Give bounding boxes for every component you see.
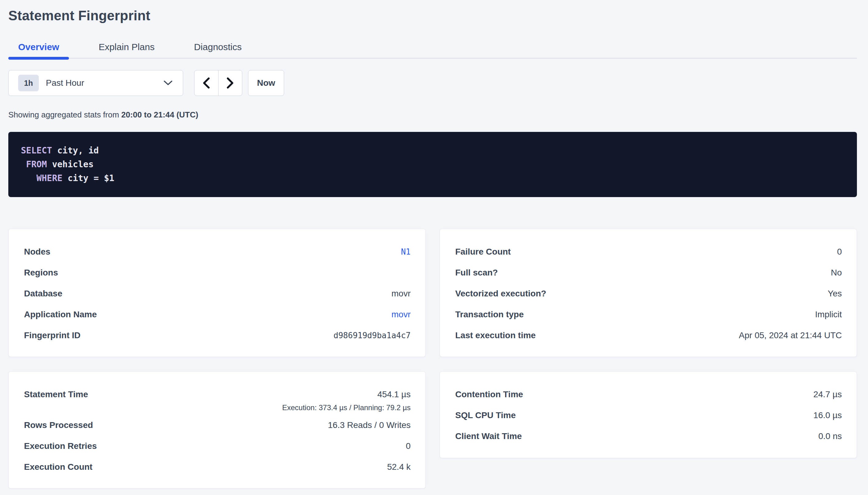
last-execution-time-row: Last execution time Apr 05, 2024 at 21:4…: [455, 325, 842, 346]
chevron-down-icon: [164, 81, 173, 85]
execution-count-row: Execution Count 52.4 k: [24, 457, 411, 477]
statement-details-card: Nodes N1 Regions Database movr Applicati…: [8, 229, 426, 357]
client-wait-time-row: Client Wait Time 0.0 ns: [455, 426, 842, 447]
tab-explain-plans[interactable]: Explain Plans: [89, 36, 164, 58]
sql-text: city = $1: [63, 173, 115, 183]
database-value: movr: [392, 289, 411, 298]
contention-time-label: Contention Time: [455, 390, 523, 399]
page-title: Statement Fingerprint: [8, 8, 857, 23]
tab-diagnostics[interactable]: Diagnostics: [184, 36, 251, 58]
statement-performance-card: Statement Time 454.1 µs Execution: 373.4…: [8, 371, 426, 489]
database-row: Database movr: [24, 283, 411, 304]
next-interval-button[interactable]: [218, 70, 242, 96]
failure-count-label: Failure Count: [455, 247, 511, 257]
failure-count-row: Failure Count 0: [455, 241, 842, 262]
tab-bar: Overview Explain Plans Diagnostics: [8, 36, 857, 59]
execution-retries-label: Execution Retries: [24, 441, 97, 451]
full-scan-value: No: [831, 268, 842, 278]
statement-time-value-stack: 454.1 µs Execution: 373.4 µs / Planning:…: [282, 384, 411, 415]
execution-retries-value: 0: [406, 441, 411, 451]
statement-time-label: Statement Time: [24, 384, 88, 405]
transaction-type-row: Transaction type Implicit: [455, 304, 842, 325]
previous-interval-button[interactable]: [195, 70, 218, 96]
nodes-label: Nodes: [24, 247, 50, 257]
sql-text: vehicles: [47, 159, 94, 169]
client-wait-time-label: Client Wait Time: [455, 431, 522, 441]
stats-note-prefix: Showing aggregated stats from: [8, 110, 121, 119]
timing-breakdown-card: Contention Time 24.7 µs SQL CPU Time 16.…: [440, 371, 857, 458]
execution-count-label: Execution Count: [24, 462, 92, 472]
interval-label: Past Hour: [46, 78, 164, 88]
stats-note-range: 20:00 to 21:44 (UTC): [121, 110, 198, 119]
fingerprint-id-label: Fingerprint ID: [24, 330, 81, 340]
sql-statement-box: SELECT city, id FROM vehicles WHERE city…: [8, 132, 857, 197]
interval-badge: 1h: [18, 75, 39, 91]
last-execution-time-value: Apr 05, 2024 at 21:44 UTC: [739, 330, 842, 340]
execution-attributes-card: Failure Count 0 Full scan? No Vectorized…: [440, 229, 857, 357]
aggregated-stats-note: Showing aggregated stats from 20:00 to 2…: [8, 110, 857, 120]
sql-keyword: WHERE: [21, 173, 63, 183]
client-wait-time-value: 0.0 ns: [818, 431, 842, 441]
statement-fingerprint-page: Statement Fingerprint Overview Explain P…: [0, 0, 868, 489]
full-scan-label: Full scan?: [455, 268, 498, 278]
node-link[interactable]: N1: [401, 247, 411, 256]
sql-keyword: SELECT: [21, 146, 52, 156]
sql-cpu-time-row: SQL CPU Time 16.0 µs: [455, 405, 842, 426]
contention-time-row: Contention Time 24.7 µs: [455, 384, 842, 405]
application-name-label: Application Name: [24, 310, 97, 320]
sql-cpu-time-value: 16.0 µs: [814, 410, 842, 420]
time-interval-dropdown[interactable]: 1h Past Hour: [8, 70, 183, 96]
rows-processed-label: Rows Processed: [24, 420, 93, 430]
now-button-label: Now: [257, 78, 275, 88]
fingerprint-id-value: d986919d9ba1a4c7: [334, 331, 411, 340]
failure-count-value: 0: [837, 247, 842, 257]
time-toolbar: 1h Past Hour Now: [8, 70, 857, 96]
vectorized-execution-row: Vectorized execution? Yes: [455, 283, 842, 304]
transaction-type-value: Implicit: [815, 310, 842, 320]
tab-overview[interactable]: Overview: [8, 36, 69, 58]
execution-count-value: 52.4 k: [387, 462, 411, 472]
statement-time-value: 454.1 µs: [282, 384, 411, 405]
vectorized-execution-label: Vectorized execution?: [455, 289, 546, 298]
statement-time-breakdown: Execution: 373.4 µs / Planning: 79.2 µs: [282, 403, 411, 415]
details-cards-row: Nodes N1 Regions Database movr Applicati…: [8, 229, 857, 357]
nodes-row: Nodes N1: [24, 241, 411, 262]
chevron-left-icon: [203, 78, 210, 88]
regions-label: Regions: [24, 268, 58, 278]
execution-retries-row: Execution Retries 0: [24, 436, 411, 457]
rows-processed-value: 16.3 Reads / 0 Writes: [328, 420, 411, 430]
rows-processed-row: Rows Processed 16.3 Reads / 0 Writes: [24, 415, 411, 436]
regions-row: Regions: [24, 262, 411, 283]
transaction-type-label: Transaction type: [455, 310, 524, 320]
tab-overview-label: Overview: [18, 42, 59, 52]
tab-explain-plans-label: Explain Plans: [98, 42, 154, 52]
now-button[interactable]: Now: [248, 70, 284, 96]
contention-time-value: 24.7 µs: [814, 390, 842, 399]
application-name-row: Application Name movr: [24, 304, 411, 325]
full-scan-row: Full scan? No: [455, 262, 842, 283]
vectorized-execution-value: Yes: [828, 289, 842, 298]
sql-text: city, id: [52, 146, 99, 156]
tab-diagnostics-label: Diagnostics: [194, 42, 242, 52]
fingerprint-id-row: Fingerprint ID d986919d9ba1a4c7: [24, 325, 411, 346]
last-execution-time-label: Last execution time: [455, 330, 536, 340]
performance-cards-row: Statement Time 454.1 µs Execution: 373.4…: [8, 371, 857, 489]
sql-keyword: FROM: [21, 159, 47, 169]
sql-cpu-time-label: SQL CPU Time: [455, 410, 516, 420]
time-pager: [194, 70, 242, 96]
chevron-right-icon: [227, 78, 234, 88]
database-label: Database: [24, 289, 63, 298]
statement-time-row: Statement Time 454.1 µs Execution: 373.4…: [24, 384, 411, 415]
application-name-link[interactable]: movr: [392, 310, 411, 320]
